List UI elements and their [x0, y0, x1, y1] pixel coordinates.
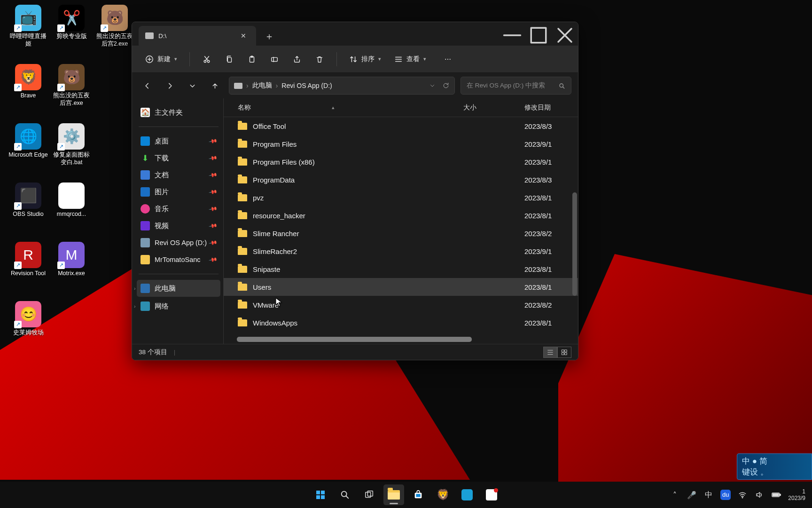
sidebar-item[interactable]: 桌面📌 — [137, 133, 220, 150]
pin-icon: 📌 — [208, 221, 218, 230]
cut-button[interactable] — [196, 50, 217, 68]
details-view-button[interactable] — [543, 347, 557, 358]
sidebar-item[interactable]: 图片📌 — [137, 183, 220, 200]
folder-icon — [238, 159, 247, 166]
svg-rect-18 — [366, 492, 371, 498]
close-button[interactable] — [552, 25, 578, 46]
folder-icon: ⬇ — [141, 153, 150, 163]
app-taskbar-icon[interactable] — [457, 484, 477, 505]
sidebar-item[interactable]: ⬇下载📌 — [137, 150, 220, 167]
battery-icon[interactable] — [768, 484, 784, 505]
search-input[interactable]: 在 Revi OS App (D:) 中搜索 — [461, 77, 571, 95]
breadcrumb-pc[interactable]: 此电脑 — [252, 81, 272, 90]
desktop-icon[interactable]: ⬛↗OBS Studio — [7, 181, 50, 237]
store-taskbar-icon[interactable] — [408, 484, 429, 505]
desktop-icon[interactable]: 🦁↗Brave — [7, 62, 50, 119]
desktop-icon[interactable]: ▦mmqrcod... — [50, 181, 93, 237]
folder-icon — [238, 123, 247, 130]
table-row[interactable]: Slime Rancher2023/8/2 — [224, 224, 578, 242]
share-button[interactable] — [287, 50, 307, 68]
paste-button[interactable] — [242, 50, 262, 68]
start-button[interactable] — [310, 484, 331, 505]
sidebar: 主文件夹 桌面📌⬇下载📌文档📌图片📌音乐📌视频📌Revi OS App (D:)… — [132, 98, 223, 344]
table-row[interactable]: WindowsApps2023/8/1 — [224, 314, 578, 332]
rename-button[interactable] — [264, 50, 285, 68]
pin-icon: 📌 — [208, 170, 218, 180]
ime-indicator[interactable]: 中 — [701, 484, 717, 505]
desktop-icon[interactable]: 🐻↗熊出没的五夜后宫2.exe — [93, 3, 136, 59]
svg-rect-11 — [562, 352, 564, 354]
app-taskbar-icon-2[interactable] — [481, 484, 502, 505]
new-tab-button[interactable]: ＋ — [260, 27, 279, 46]
breadcrumb-drive[interactable]: Revi OS App (D:) — [281, 82, 332, 89]
up-button[interactable] — [206, 77, 223, 94]
table-row[interactable]: pvz2023/8/1 — [224, 189, 578, 206]
address-bar[interactable]: › 此电脑 › Revi OS App (D:) — [229, 77, 455, 95]
window-tab[interactable]: D:\ ✕ — [139, 26, 256, 46]
table-row[interactable]: Program Files (x86)2023/9/1 — [224, 153, 578, 171]
sidebar-item[interactable]: 视频📌 — [137, 217, 220, 234]
delete-button[interactable] — [309, 50, 330, 68]
forward-button[interactable] — [161, 77, 178, 94]
refresh-icon[interactable] — [442, 82, 450, 89]
network-icon — [141, 302, 150, 311]
tab-close-icon[interactable]: ✕ — [237, 30, 250, 42]
horizontal-scrollbar[interactable] — [237, 337, 472, 342]
sidebar-item[interactable]: 音乐📌 — [137, 200, 220, 217]
desktop-icon[interactable]: ⚙️↗修复桌面图标变白.bat — [50, 121, 93, 178]
sidebar-item[interactable]: 文档📌 — [137, 167, 220, 183]
task-view-button[interactable] — [359, 484, 380, 505]
new-button[interactable]: 新建 ▾ — [140, 50, 183, 68]
sidebar-network[interactable]: › 网络 — [137, 298, 220, 315]
volume-icon[interactable] — [751, 484, 767, 505]
sidebar-item[interactable]: Revi OS App (D:)📌 — [137, 234, 220, 251]
maximize-button[interactable] — [525, 25, 552, 46]
minimize-button[interactable] — [499, 25, 525, 46]
search-button[interactable] — [335, 484, 355, 505]
back-button[interactable] — [139, 77, 156, 94]
column-headers[interactable]: 名称▴ 大小 修改日期 — [224, 98, 578, 117]
tray-overflow-icon[interactable]: ˄ — [667, 484, 683, 505]
expand-icon[interactable]: › — [134, 303, 136, 309]
desktop-icon[interactable]: M↗Motrix.exe — [50, 240, 93, 296]
table-row[interactable]: Office Tool2023/8/3 — [224, 117, 578, 135]
sidebar-this-pc[interactable]: › 此电脑 — [137, 280, 220, 297]
chevron-down-icon[interactable] — [429, 82, 436, 89]
pin-icon: 📌 — [208, 187, 218, 197]
icons-view-button[interactable] — [557, 347, 571, 358]
desktop-icon[interactable]: 📺↗哔哩哔哩直播姬 — [7, 3, 50, 59]
table-row[interactable]: SlimeRacher22023/9/1 — [224, 242, 578, 260]
brave-taskbar-icon[interactable]: 🦁 — [432, 484, 453, 505]
clock[interactable]: 1 2023/9 — [785, 488, 808, 502]
explorer-taskbar-icon[interactable] — [383, 484, 404, 505]
folder-icon — [238, 194, 247, 201]
sort-button[interactable]: 排序 ▾ — [344, 50, 387, 68]
taskbar[interactable]: 🦁 ˄ 🎤 中 du 1 2023/9 — [0, 482, 812, 508]
recent-button[interactable] — [184, 77, 201, 94]
nav-row: › 此电脑 › Revi OS App (D:) 在 Revi OS App (… — [132, 73, 578, 98]
sidebar-home[interactable]: 主文件夹 — [137, 104, 220, 121]
desktop-icon[interactable]: ✂️↗剪映专业版 — [50, 3, 93, 59]
expand-icon[interactable]: › — [134, 286, 136, 291]
desktop-icon[interactable]: 😊↗史莱姆牧场 — [7, 299, 50, 356]
table-row[interactable]: Users2023/8/1 — [224, 278, 578, 296]
folder-icon — [238, 302, 247, 309]
svg-rect-21 — [416, 494, 420, 497]
table-row[interactable]: Snipaste2023/8/1 — [224, 260, 578, 278]
table-row[interactable]: Program Files2023/9/1 — [224, 135, 578, 153]
wifi-icon[interactable] — [734, 484, 750, 505]
desktop-icon[interactable]: 🌐↗Microsoft Edge — [7, 121, 50, 178]
mic-icon[interactable]: 🎤 — [684, 484, 700, 505]
view-button[interactable]: 查看 ▾ — [389, 50, 432, 68]
baidu-icon[interactable]: du — [718, 484, 734, 505]
desktop-icon[interactable]: R↗Revision Tool — [7, 240, 50, 296]
title-bar[interactable]: D:\ ✕ ＋ — [132, 22, 578, 46]
svg-rect-7 — [272, 57, 278, 61]
more-button[interactable]: ⋯ — [437, 50, 458, 68]
copy-button[interactable] — [219, 50, 240, 68]
desktop-icon[interactable]: 🐻↗熊出没的五夜后宫.exe — [50, 62, 93, 119]
sidebar-item[interactable]: MrTomatoSanc📌 — [137, 251, 220, 268]
table-row[interactable]: resource_hacker2023/8/1 — [224, 206, 578, 224]
vertical-scrollbar[interactable] — [572, 192, 577, 296]
table-row[interactable]: ProgramData2023/8/3 — [224, 171, 578, 189]
